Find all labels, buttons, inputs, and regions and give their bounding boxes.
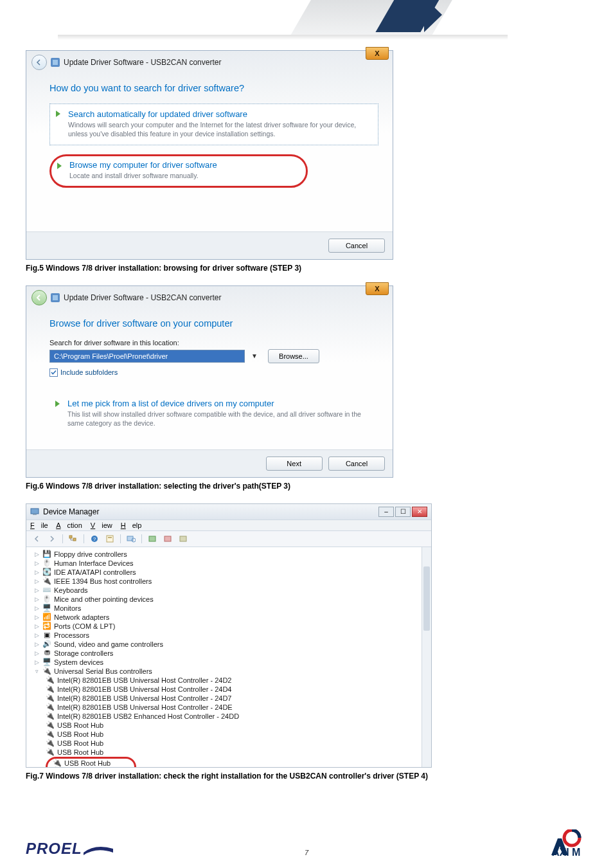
- maximize-button[interactable]: ☐: [395, 507, 411, 517]
- check-icon: [51, 370, 57, 375]
- menu-help[interactable]: Help: [121, 521, 142, 529]
- svg-rect-9: [108, 537, 112, 538]
- svg-rect-12: [149, 536, 155, 541]
- svg-rect-5: [73, 538, 76, 541]
- expand-icon[interactable]: ▷: [34, 614, 40, 620]
- driver-icon: [51, 293, 60, 302]
- svg-text:AXI   M: AXI M: [552, 847, 580, 858]
- tree-leaf: 🔌Intel(R) 82801EB USB Universal Host Con…: [46, 676, 427, 685]
- arrow-right-icon: [57, 162, 63, 170]
- close-icon: X: [375, 285, 379, 293]
- usb-icon: 🔌: [42, 667, 51, 675]
- tree-node: ▷📶Network adapters: [34, 613, 427, 622]
- tree-icon[interactable]: [67, 533, 80, 545]
- tree-node: ▿🔌Universal Serial Bus controllers: [34, 667, 427, 676]
- disable-icon[interactable]: [177, 533, 190, 545]
- minimize-button[interactable]: –: [378, 507, 394, 517]
- menu-file[interactable]: File: [30, 521, 48, 529]
- close-button[interactable]: X: [366, 282, 389, 295]
- uninstall-icon[interactable]: [161, 533, 174, 545]
- close-button[interactable]: X: [366, 47, 389, 60]
- tree-node: ▷🔌IEEE 1394 Bus host controllers: [34, 577, 427, 586]
- floppy-icon: 💾: [42, 550, 51, 558]
- expand-icon[interactable]: ▷: [34, 641, 40, 647]
- tree-leaf: 🔌USB Root Hub: [46, 739, 427, 748]
- expand-icon[interactable]: ▷: [34, 596, 40, 602]
- header-shadow: [58, 35, 508, 40]
- dialog-heading: Browse for driver software on your compu…: [49, 318, 378, 329]
- tree-node: ▷💽IDE ATA/ATAPI controllers: [34, 568, 427, 577]
- expand-icon[interactable]: ▷: [34, 551, 40, 557]
- header-banner: [26, 0, 587, 45]
- svg-rect-2: [31, 509, 39, 514]
- proel-logo-text: PROEL: [26, 840, 82, 858]
- page-footer: PROEL 7 AXI M: [26, 829, 587, 858]
- path-input[interactable]: C:\Program Files\Proel\Pronet\driver: [49, 350, 245, 363]
- option-desc: This list will show installed driver sof…: [67, 410, 378, 428]
- option-search-automatically[interactable]: Search automatically for updated driver …: [49, 104, 378, 145]
- dialog-titlebar: Update Driver Software - USB2CAN convert…: [26, 51, 393, 74]
- properties-icon[interactable]: [103, 533, 116, 545]
- mouse-icon: 🖱️: [42, 595, 51, 603]
- expand-icon[interactable]: ▷: [34, 560, 40, 566]
- ide-icon: 💽: [42, 568, 51, 576]
- collapse-icon[interactable]: ▿: [34, 668, 40, 674]
- tree-leaf: 🔌Intel(R) 82801EB USB Universal Host Con…: [46, 694, 427, 703]
- tree-node: ▷🖱️Mice and other pointing devices: [34, 595, 427, 604]
- help-icon[interactable]: ?: [88, 533, 101, 545]
- scan-icon[interactable]: [125, 533, 138, 545]
- include-subfolders-checkbox[interactable]: [49, 368, 58, 377]
- tree-node: ▷▣Processors: [34, 631, 427, 640]
- tree-node: ▷🔁Ports (COM & LPT): [34, 622, 427, 631]
- driver-icon: [51, 58, 60, 67]
- svg-rect-3: [33, 514, 37, 515]
- storage-icon: ⛃: [42, 649, 51, 657]
- back-button[interactable]: [31, 290, 47, 305]
- option-browse-computer[interactable]: Browse my computer for driver software L…: [49, 154, 308, 187]
- option-desc: Locate and install driver software manua…: [69, 171, 299, 180]
- option-pick-list[interactable]: Let me pick from a list of device driver…: [67, 399, 378, 408]
- menu-action[interactable]: Action: [56, 521, 82, 529]
- cancel-button[interactable]: Cancel: [328, 457, 385, 471]
- hid-icon: 🖱️: [42, 559, 51, 567]
- expand-icon[interactable]: ▷: [34, 605, 40, 611]
- dialog-heading: How do you want to search for driver sof…: [49, 83, 378, 93]
- nav-forward-icon[interactable]: [46, 533, 58, 545]
- usb-controller-icon: 🔌: [46, 703, 55, 711]
- axiom-logo: AXI M: [540, 829, 587, 858]
- cancel-button[interactable]: Cancel: [328, 239, 385, 253]
- expand-icon[interactable]: ▷: [34, 587, 40, 593]
- menubar: File Action View Help: [26, 520, 431, 531]
- arrow-left-icon: [35, 294, 43, 302]
- tree-leaf: 🔌USB Root Hub: [53, 759, 129, 767]
- system-icon: 🖥️: [42, 658, 51, 666]
- scrollbar[interactable]: [422, 547, 431, 767]
- menu-view[interactable]: View: [91, 521, 112, 529]
- tree-leaf: 🔌USB Root Hub: [46, 721, 427, 730]
- back-button[interactable]: [31, 55, 47, 70]
- include-subfolders-label: Include subfolders: [60, 368, 118, 376]
- expand-icon[interactable]: ▷: [34, 632, 40, 638]
- svg-rect-8: [107, 536, 113, 542]
- keyboard-icon: ⌨️: [42, 586, 51, 594]
- nav-back-icon[interactable]: [30, 533, 43, 545]
- next-button[interactable]: Next: [266, 457, 323, 471]
- expand-icon[interactable]: ▷: [34, 659, 40, 665]
- expand-icon[interactable]: ▷: [34, 569, 40, 575]
- expand-icon[interactable]: ▷: [34, 623, 40, 629]
- svg-rect-4: [69, 536, 72, 538]
- tree-leaf: 🔌Intel(R) 82801EB USB2 Enhanced Host Con…: [46, 712, 427, 721]
- dropdown-icon[interactable]: ▼: [251, 352, 258, 359]
- usb-controller-icon: 🔌: [46, 685, 55, 693]
- svg-rect-13: [164, 536, 171, 541]
- monitor-icon: 🖥️: [42, 604, 51, 612]
- cpu-icon: ▣: [42, 631, 51, 639]
- update-driver-icon[interactable]: [146, 533, 159, 545]
- device-tree: ▷💾Floppy drive controllers ▷🖱️Human Inte…: [26, 547, 431, 767]
- close-button[interactable]: ✕: [412, 507, 427, 517]
- expand-icon[interactable]: ▷: [34, 578, 40, 584]
- arrow-left-icon: [35, 59, 43, 66]
- arrow-right-icon: [55, 110, 62, 118]
- expand-icon[interactable]: ▷: [34, 650, 40, 656]
- browse-button[interactable]: Browse...: [268, 349, 319, 363]
